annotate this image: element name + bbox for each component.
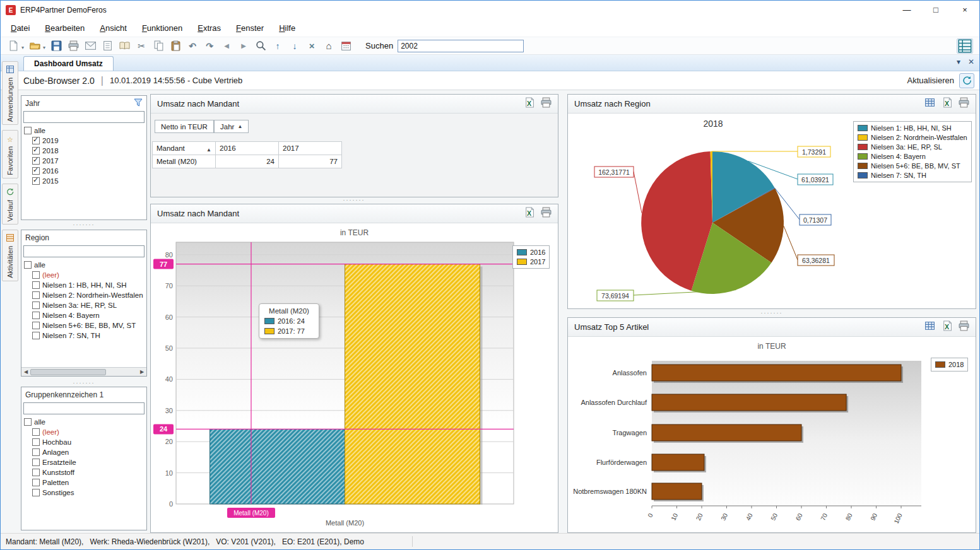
filter-item[interactable]: Kunststoff bbox=[24, 467, 146, 477]
calendar-icon[interactable] bbox=[339, 40, 352, 52]
checkbox[interactable] bbox=[32, 157, 40, 165]
filter-item[interactable]: Hochbau bbox=[24, 437, 146, 447]
measure-field-button[interactable]: Netto in TEUR bbox=[155, 120, 214, 133]
contacts-icon[interactable] bbox=[118, 40, 131, 52]
notes-icon[interactable] bbox=[101, 40, 114, 52]
filter-item[interactable]: (leer) bbox=[24, 270, 146, 280]
maximize-button[interactable]: □ bbox=[921, 1, 950, 20]
menu-extras[interactable]: Extras bbox=[198, 23, 221, 33]
search-input[interactable] bbox=[398, 40, 524, 52]
checkbox[interactable] bbox=[32, 428, 40, 436]
filter-item[interactable]: Nielsen 3a: HE, RP, SL bbox=[24, 300, 146, 310]
save-icon[interactable] bbox=[50, 40, 62, 52]
splitter-handle[interactable]: ······· bbox=[750, 311, 794, 316]
table-icon[interactable] bbox=[924, 97, 935, 110]
table-icon[interactable] bbox=[924, 320, 935, 334]
sidebar-tab-aktivit-ten[interactable]: Aktivitäten bbox=[2, 230, 18, 281]
checkbox[interactable] bbox=[32, 332, 40, 339]
filter-search-input[interactable] bbox=[23, 245, 145, 257]
menu-fenster[interactable]: Fenster bbox=[236, 23, 264, 33]
filter-item[interactable]: Anlagen bbox=[24, 447, 146, 457]
column-field-button[interactable]: Jahr▲ bbox=[214, 120, 249, 133]
close-tab-icon[interactable]: ✕ bbox=[968, 57, 974, 66]
checkbox[interactable] bbox=[32, 167, 40, 175]
checkbox[interactable] bbox=[32, 489, 40, 496]
pivot-table[interactable]: Mandant▲20162017Metall (M20)2477 bbox=[152, 141, 342, 168]
filter-item[interactable]: 2017 bbox=[24, 156, 146, 166]
filter-item[interactable]: alle bbox=[24, 126, 146, 136]
scroll-right-icon[interactable]: ▶ bbox=[138, 369, 146, 375]
back-icon[interactable]: ◀ bbox=[220, 40, 233, 52]
search-icon[interactable] bbox=[254, 40, 267, 52]
checkbox[interactable] bbox=[32, 479, 40, 486]
checkbox[interactable] bbox=[32, 301, 40, 309]
minimize-button[interactable]: — bbox=[892, 1, 921, 20]
checkbox[interactable] bbox=[32, 147, 40, 155]
hbar-chart-plot[interactable]: AnlassofenAnlassofen DurchlaufTragwagenF… bbox=[568, 337, 976, 532]
filter-item[interactable]: Ersatzteile bbox=[24, 457, 146, 467]
checkbox[interactable] bbox=[32, 291, 40, 299]
pie-chart[interactable]: 2018 61,039210,7130763,3628173,69194162,… bbox=[568, 114, 976, 308]
row-dim-header[interactable]: Mandant▲ bbox=[153, 142, 216, 155]
close-button[interactable]: × bbox=[950, 1, 979, 20]
cut-icon[interactable]: ✂ bbox=[135, 40, 148, 52]
row-header[interactable]: Metall (M20) bbox=[153, 155, 216, 168]
checkbox[interactable] bbox=[32, 459, 40, 466]
new-document-icon[interactable] bbox=[7, 40, 20, 52]
filter-item[interactable]: alle bbox=[24, 260, 146, 270]
checkbox[interactable] bbox=[32, 438, 40, 446]
cancel-icon[interactable]: × bbox=[305, 40, 318, 52]
checkbox[interactable] bbox=[32, 322, 40, 329]
filter-item[interactable]: Nielsen 1: HB, HH, NI, SH bbox=[24, 280, 146, 290]
checkbox[interactable] bbox=[32, 281, 40, 289]
menu-hilfe[interactable]: Hilfe bbox=[279, 23, 295, 33]
print-icon[interactable] bbox=[959, 97, 969, 110]
filter-item[interactable]: 2015 bbox=[24, 176, 146, 186]
checkbox[interactable] bbox=[32, 177, 40, 185]
checkbox[interactable] bbox=[24, 261, 32, 269]
sidebar-tab-anwendungen[interactable]: Anwendungen bbox=[2, 61, 18, 125]
filter-search-input[interactable] bbox=[23, 402, 145, 414]
print-icon[interactable] bbox=[541, 207, 552, 220]
filter-item[interactable]: Nielsen 5+6: BE, BB, MV, ST bbox=[24, 320, 146, 331]
menu-datei[interactable]: Datei bbox=[11, 23, 30, 33]
filter-item[interactable]: 2016 bbox=[24, 166, 146, 176]
filter-search-input[interactable] bbox=[23, 111, 145, 123]
refresh-icon[interactable] bbox=[959, 73, 974, 88]
checkbox[interactable] bbox=[24, 127, 32, 134]
checkbox[interactable] bbox=[32, 271, 40, 279]
down-icon[interactable]: ↓ bbox=[288, 40, 301, 52]
excel-icon[interactable]: X bbox=[524, 207, 534, 220]
sidebar-tab-verlauf[interactable]: Verlauf bbox=[2, 184, 18, 225]
filter-item[interactable]: Sonstiges bbox=[24, 488, 146, 498]
filter-item[interactable]: (leer) bbox=[24, 427, 146, 437]
horizontal-scrollbar[interactable]: ◀▶ bbox=[21, 367, 146, 376]
bar-chart-plot[interactable]: 010203040506070807724Metall (M20)Metall … bbox=[151, 223, 558, 532]
excel-icon[interactable]: X bbox=[942, 320, 952, 334]
column-header[interactable]: 2016 bbox=[216, 142, 279, 155]
print-icon[interactable] bbox=[541, 97, 552, 110]
print-icon[interactable] bbox=[959, 320, 969, 334]
pivot-grid[interactable]: Netto in TEURJahr▲Mandant▲20162017Metall… bbox=[151, 114, 558, 197]
checkbox[interactable] bbox=[32, 137, 40, 144]
menu-bearbeiten[interactable]: Bearbeiten bbox=[45, 23, 85, 33]
filter-item[interactable]: 2019 bbox=[24, 136, 146, 146]
menu-ansicht[interactable]: Ansicht bbox=[100, 23, 127, 33]
email-icon[interactable] bbox=[84, 40, 97, 52]
forward-icon[interactable]: ▶ bbox=[237, 40, 250, 52]
column-header[interactable]: 2017 bbox=[279, 142, 342, 155]
checkbox[interactable] bbox=[24, 418, 32, 426]
scroll-thumb[interactable] bbox=[30, 369, 106, 375]
home-icon[interactable]: ⌂ bbox=[322, 40, 335, 52]
copy-icon[interactable] bbox=[152, 40, 165, 52]
bar-chart[interactable]: in TEUR 010203040506070807724Metall (M20… bbox=[151, 223, 558, 532]
filter-icon[interactable] bbox=[134, 98, 143, 109]
filter-item[interactable]: Paletten bbox=[24, 477, 146, 488]
window-list-icon[interactable] bbox=[957, 38, 973, 54]
undo-icon[interactable]: ↶ bbox=[186, 40, 199, 52]
filter-item[interactable]: alle bbox=[24, 417, 146, 427]
excel-icon[interactable]: X bbox=[524, 97, 534, 110]
chevron-down-icon[interactable]: ▾ bbox=[957, 57, 960, 66]
filter-item[interactable]: 2018 bbox=[24, 146, 146, 156]
splitter-handle[interactable]: ······· bbox=[62, 381, 106, 386]
